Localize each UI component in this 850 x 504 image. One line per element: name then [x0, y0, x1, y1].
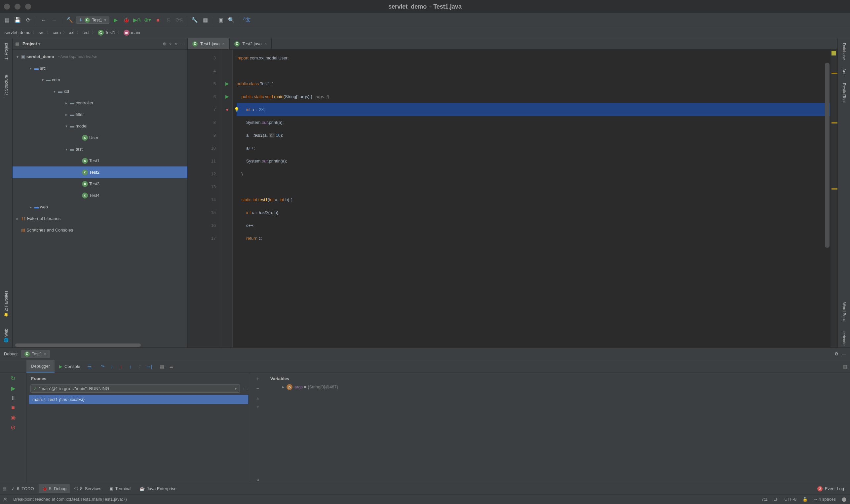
add-watch-icon[interactable]: ＋: [255, 376, 261, 382]
console-tab[interactable]: ▶Console: [55, 360, 85, 373]
collapse-icon[interactable]: ÷: [169, 41, 172, 46]
line-ending[interactable]: LF: [773, 497, 778, 502]
save-icon[interactable]: 💾: [13, 16, 22, 24]
crumb-class[interactable]: CTest1: [96, 30, 117, 36]
locate-icon[interactable]: ⊕: [163, 41, 166, 46]
avd-icon[interactable]: ▣: [216, 16, 225, 24]
readonly-icon[interactable]: 🔓: [802, 497, 808, 502]
breakpoints-icon[interactable]: ◉: [11, 414, 16, 421]
resume-icon[interactable]: ▶: [11, 385, 16, 392]
project-view-label[interactable]: Project: [22, 41, 37, 46]
structure-tool-button[interactable]: 7: Structure: [4, 73, 8, 97]
more-icon[interactable]: »: [256, 477, 260, 483]
minimize-window-icon[interactable]: [15, 4, 20, 10]
close-tab-icon[interactable]: ×: [223, 41, 225, 46]
force-step-into-icon[interactable]: ↓: [117, 360, 126, 373]
run-to-cursor-icon[interactable]: →|: [144, 360, 154, 373]
crumb-src[interactable]: src: [37, 30, 46, 35]
watch-up-icon[interactable]: ▴: [256, 395, 259, 401]
wrench-icon[interactable]: 🔧: [190, 16, 199, 24]
event-log-tab[interactable]: 3Event Log: [814, 484, 847, 493]
threads-icon[interactable]: ☰: [85, 360, 94, 373]
project-tree[interactable]: ▾▣ servlet_demo ~/workspace/idea/se ▾▬ s…: [13, 50, 188, 347]
tab-test2[interactable]: CTest2.java×: [230, 38, 272, 49]
stack-frame[interactable]: main:7, Test1 (com.xxl.test): [29, 395, 248, 404]
profiler-icon[interactable]: ⊕▾: [143, 16, 152, 24]
run-icon[interactable]: ▶: [111, 16, 120, 24]
database-tool-button[interactable]: Database: [842, 41, 846, 62]
step-out-icon[interactable]: ↑: [126, 360, 135, 373]
hammer-icon[interactable]: 🔨: [66, 16, 74, 24]
settings-icon[interactable]: ✳: [174, 41, 178, 46]
prev-frame-icon[interactable]: ↑: [243, 386, 245, 391]
file-encoding[interactable]: UTF-8: [784, 497, 796, 502]
structure-icon[interactable]: ▦: [201, 16, 210, 24]
forward-icon[interactable]: →: [50, 16, 58, 24]
evaluate-icon[interactable]: ▦: [158, 360, 167, 373]
editor-scrollbar[interactable]: [825, 63, 830, 248]
crumb-test[interactable]: test: [81, 30, 91, 35]
trace-icon[interactable]: ≣: [167, 360, 176, 373]
debug-bottom-tab[interactable]: 🐞5: Debug: [39, 484, 70, 493]
ant-tool-button[interactable]: Ant: [842, 66, 846, 76]
rerun-icon[interactable]: ↻: [11, 375, 16, 382]
crumb-method[interactable]: mmain: [122, 30, 141, 36]
intention-bulb-icon[interactable]: 💡: [234, 107, 239, 112]
indent-config[interactable]: ⇥ 4 spaces: [814, 497, 836, 502]
debug-icon[interactable]: 🐞: [122, 16, 130, 24]
debugger-tab[interactable]: Debugger: [26, 360, 55, 373]
crumb-xxl[interactable]: xxl: [68, 30, 76, 35]
translate-icon[interactable]: ᴬ文: [243, 16, 251, 24]
crumb-com[interactable]: com: [51, 30, 62, 35]
run-gutter-icon[interactable]: ▶: [222, 90, 232, 103]
debug-settings-icon[interactable]: ⚙: [834, 352, 838, 356]
crumb-project[interactable]: servlet_demo: [3, 30, 32, 35]
memory-icon[interactable]: ⬤: [842, 497, 847, 502]
close-tab-icon[interactable]: ×: [264, 41, 267, 46]
project-tool-button[interactable]: 1: Project: [4, 41, 8, 62]
search-icon[interactable]: 🔍: [227, 16, 236, 24]
pause-icon[interactable]: ⏸: [10, 395, 16, 402]
thread-selector[interactable]: ✓ "main"@1 in gro…"main": RUNNING ▾: [30, 384, 240, 393]
tree-scrollbar[interactable]: [15, 343, 141, 347]
step-into-icon[interactable]: ↓: [107, 360, 117, 373]
open-icon[interactable]: ▤: [3, 16, 11, 24]
variable-row[interactable]: ▸pargs = {String[0]@467}: [269, 382, 845, 390]
todo-tab[interactable]: ✓6: TODO: [8, 484, 37, 493]
cursor-position[interactable]: 7:1: [761, 497, 767, 502]
remove-watch-icon[interactable]: －: [255, 385, 261, 392]
breakpoint-icon[interactable]: ●: [222, 103, 232, 116]
layout-icon[interactable]: ▥: [841, 360, 850, 373]
update-icon[interactable]: ⟳⎘: [175, 16, 183, 24]
restful-tool-button[interactable]: RestfulTool: [842, 81, 846, 104]
watch-down-icon[interactable]: ▾: [256, 403, 259, 410]
debug-hide-icon[interactable]: —: [842, 352, 846, 356]
stop-debug-icon[interactable]: ■: [11, 404, 15, 411]
sync-icon[interactable]: ⟳: [24, 16, 32, 24]
toggle-tabs-icon[interactable]: ▤: [3, 486, 6, 491]
run-config-selector[interactable]: ⬇ C Test1 ▾: [76, 17, 109, 24]
leetcode-tool-button[interactable]: leetcode: [842, 329, 846, 347]
step-over-icon[interactable]: ↷: [98, 360, 107, 373]
close-debug-tab-icon[interactable]: ×: [44, 352, 47, 356]
mute-breakpoints-icon[interactable]: ⊘: [11, 424, 16, 431]
terminal-tab[interactable]: ▣Terminal: [106, 484, 135, 493]
back-icon[interactable]: ←: [39, 16, 48, 24]
close-window-icon[interactable]: [4, 4, 10, 10]
next-frame-icon[interactable]: ↓: [246, 386, 249, 391]
favorites-tool-button[interactable]: ⭐ 2: Favorites: [4, 289, 8, 319]
more-icon[interactable]: »: [3, 495, 6, 502]
services-tab[interactable]: ⎔8: Services: [71, 484, 104, 493]
editor-minimap[interactable]: [830, 50, 837, 347]
tab-test1[interactable]: CTest1.java×: [188, 38, 230, 49]
drop-frame-icon[interactable]: ⤴: [135, 360, 144, 373]
tree-item-test2[interactable]: c Test2: [13, 166, 188, 178]
java-ee-tab[interactable]: ☕Java Enterprise: [136, 484, 180, 493]
wordbook-tool-button[interactable]: Word Book: [842, 300, 846, 324]
hide-icon[interactable]: —: [180, 41, 185, 46]
web-tool-button[interactable]: 🌐 Web: [4, 327, 8, 345]
stop-icon[interactable]: ■: [154, 16, 162, 24]
maximize-window-icon[interactable]: [25, 4, 31, 10]
code-editor[interactable]: 34567891011121314151617 ▶ ▶ ● import com…: [188, 50, 837, 347]
attach-icon[interactable]: ⎘: [164, 16, 173, 24]
